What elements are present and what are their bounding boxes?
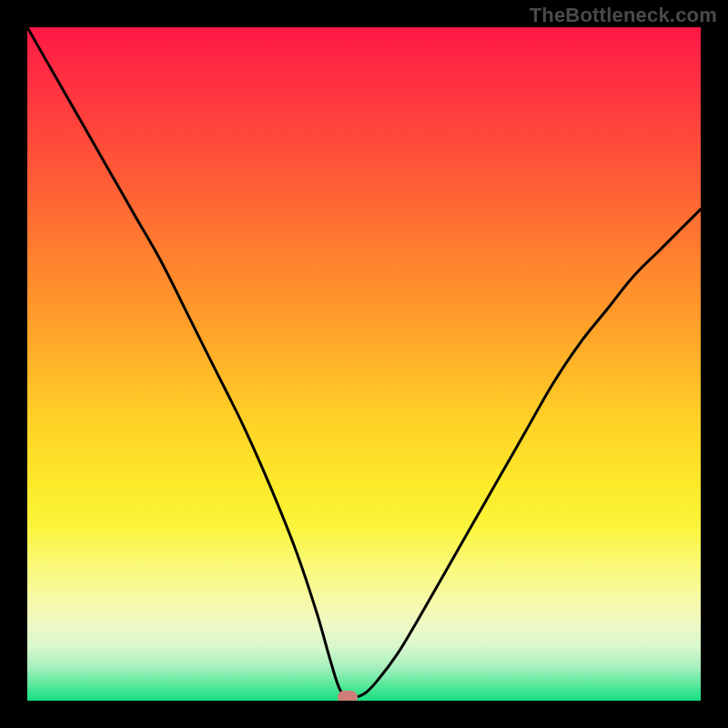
chart-frame: TheBottleneck.com [0, 0, 728, 728]
bottleneck-curve [27, 27, 701, 701]
watermark-text: TheBottleneck.com [530, 4, 717, 27]
plot-area [27, 27, 701, 701]
minimum-marker [338, 691, 358, 701]
